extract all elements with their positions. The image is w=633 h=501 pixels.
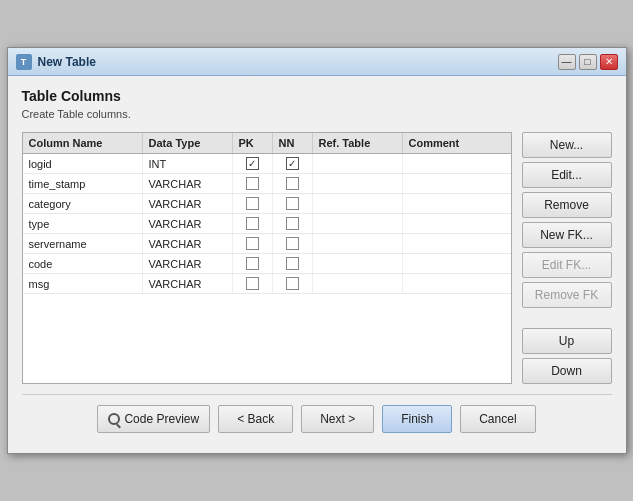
title-bar-controls: — □ ✕	[558, 54, 618, 70]
checkbox[interactable]	[246, 177, 259, 190]
section-title: Table Columns	[22, 88, 612, 104]
checkbox[interactable]	[246, 217, 259, 230]
bottom-buttons: Code Preview < Back Next > Finish Cancel	[22, 394, 612, 441]
table-header: Column Name Data Type PK NN Ref. Table C…	[23, 133, 511, 154]
next-button[interactable]: Next >	[301, 405, 374, 433]
finish-button[interactable]: Finish	[382, 405, 452, 433]
code-preview-icon	[108, 413, 120, 425]
down-button[interactable]: Down	[522, 358, 612, 384]
table-body: logidINTtime_stampVARCHARcategoryVARCHAR…	[23, 154, 511, 294]
new-fk-button[interactable]: New FK...	[522, 222, 612, 248]
checkbox[interactable]	[246, 237, 259, 250]
col-header-name: Column Name	[23, 133, 143, 153]
edit-fk-button[interactable]: Edit FK...	[522, 252, 612, 278]
up-button[interactable]: Up	[522, 328, 612, 354]
checkbox[interactable]	[286, 257, 299, 270]
content-area: Table Columns Create Table columns. Colu…	[8, 76, 626, 453]
window-title: New Table	[38, 55, 96, 69]
window-icon: T	[16, 54, 32, 70]
checkbox[interactable]	[286, 237, 299, 250]
table-row[interactable]: time_stampVARCHAR	[23, 174, 511, 194]
main-window: T New Table — □ ✕ Table Columns Create T…	[7, 47, 627, 454]
col-header-reftable: Ref. Table	[313, 133, 403, 153]
col-header-nn: NN	[273, 133, 313, 153]
col-header-type: Data Type	[143, 133, 233, 153]
checkbox[interactable]	[286, 177, 299, 190]
checkbox[interactable]	[246, 277, 259, 290]
checkbox[interactable]	[246, 157, 259, 170]
remove-fk-button[interactable]: Remove FK	[522, 282, 612, 308]
table-row[interactable]: categoryVARCHAR	[23, 194, 511, 214]
code-preview-button[interactable]: Code Preview	[97, 405, 210, 433]
checkbox[interactable]	[286, 157, 299, 170]
table-row[interactable]: msgVARCHAR	[23, 274, 511, 294]
checkbox[interactable]	[246, 257, 259, 270]
checkbox[interactable]	[286, 217, 299, 230]
restore-button[interactable]: □	[579, 54, 597, 70]
table-row[interactable]: servernameVARCHAR	[23, 234, 511, 254]
edit-button[interactable]: Edit...	[522, 162, 612, 188]
col-header-pk: PK	[233, 133, 273, 153]
remove-button[interactable]: Remove	[522, 192, 612, 218]
close-button[interactable]: ✕	[600, 54, 618, 70]
table-row[interactable]: logidINT	[23, 154, 511, 174]
sidebar-buttons: New... Edit... Remove New FK... Edit FK.…	[522, 132, 612, 384]
checkbox[interactable]	[246, 197, 259, 210]
checkbox[interactable]	[286, 197, 299, 210]
table-row[interactable]: typeVARCHAR	[23, 214, 511, 234]
back-button[interactable]: < Back	[218, 405, 293, 433]
columns-table: Column Name Data Type PK NN Ref. Table C…	[22, 132, 512, 384]
new-button[interactable]: New...	[522, 132, 612, 158]
cancel-button[interactable]: Cancel	[460, 405, 535, 433]
main-area: Column Name Data Type PK NN Ref. Table C…	[22, 132, 612, 384]
table-row[interactable]: codeVARCHAR	[23, 254, 511, 274]
title-bar: T New Table — □ ✕	[8, 48, 626, 76]
checkbox[interactable]	[286, 277, 299, 290]
title-bar-left: T New Table	[16, 54, 96, 70]
col-header-comment: Comment	[403, 133, 511, 153]
minimize-button[interactable]: —	[558, 54, 576, 70]
section-subtitle: Create Table columns.	[22, 108, 612, 120]
